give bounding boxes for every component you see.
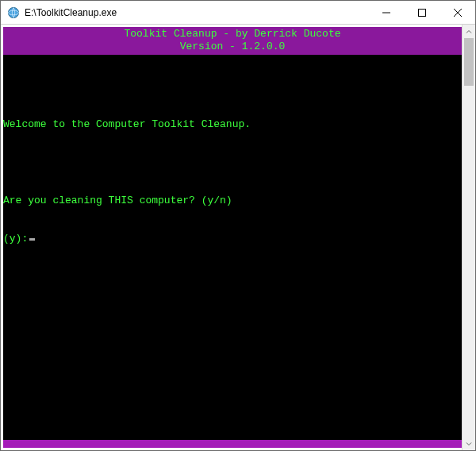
app-window: E:\ToolkitCleanup.exe Toolkit Cleanup - … <box>0 0 476 451</box>
maximize-icon <box>418 9 426 17</box>
banner-version: Version - 1.2.0.0 <box>3 40 462 53</box>
banner: Toolkit Cleanup - by Derrick Ducote Vers… <box>3 27 462 55</box>
prompt-line: (y): <box>3 233 462 245</box>
titlebar[interactable]: E:\ToolkitCleanup.exe <box>1 1 475 25</box>
minimize-button[interactable] <box>368 1 404 24</box>
client-area: Toolkit Cleanup - by Derrick Ducote Vers… <box>1 25 475 450</box>
minimize-icon <box>382 9 390 17</box>
banner-title: Toolkit Cleanup - by Derrick Ducote <box>3 28 462 40</box>
scroll-track[interactable] <box>463 38 475 437</box>
welcome-text: Welcome to the Computer Toolkit Cleanup. <box>3 118 462 131</box>
prompt-text: (y): <box>3 233 28 245</box>
svg-rect-3 <box>418 9 425 16</box>
vertical-scrollbar[interactable] <box>462 25 475 450</box>
scroll-up-button[interactable] <box>463 25 475 38</box>
cursor <box>29 238 35 241</box>
window-controls <box>368 1 475 24</box>
maximize-button[interactable] <box>404 1 440 24</box>
chevron-up-icon <box>466 29 472 35</box>
window-title: E:\ToolkitCleanup.exe <box>25 7 368 18</box>
scroll-thumb[interactable] <box>464 38 474 86</box>
app-icon <box>7 6 20 19</box>
close-button[interactable] <box>440 1 475 24</box>
question-text: Are you cleaning THIS computer? (y/n) <box>3 195 462 207</box>
chevron-down-icon <box>466 441 472 447</box>
console-terminal[interactable]: Toolkit Cleanup - by Derrick Ducote Vers… <box>3 27 462 448</box>
console-body: Welcome to the Computer Toolkit Cleanup.… <box>3 55 462 440</box>
scroll-down-button[interactable] <box>463 437 475 450</box>
footer-bar <box>3 440 462 448</box>
close-icon <box>454 9 462 17</box>
svg-point-0 <box>9 7 19 17</box>
